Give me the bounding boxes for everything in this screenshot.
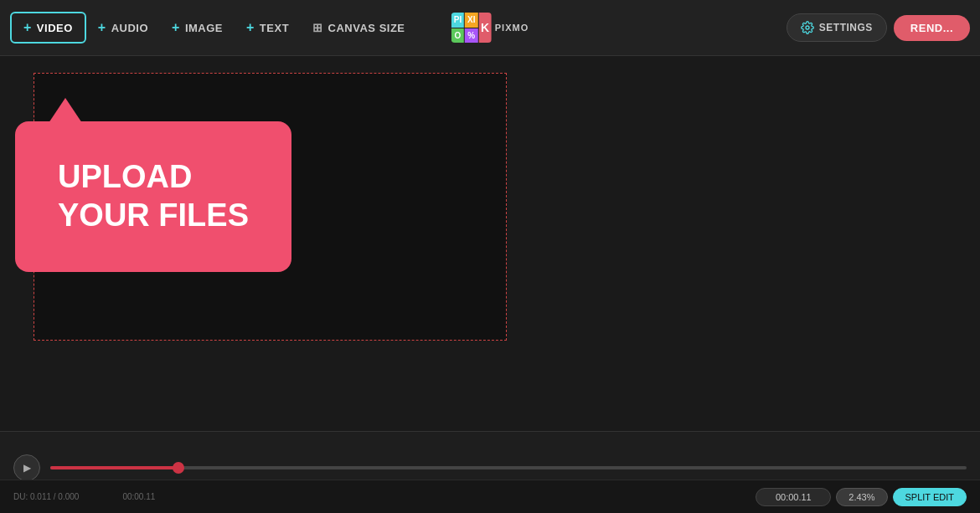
upload-tooltip: UPLOAD YOUR FILES (15, 121, 291, 272)
canvas-label: CANVAS SIZE (328, 22, 405, 34)
plus-icon-audio: + (98, 20, 106, 35)
plus-icon-video: + (23, 20, 32, 35)
bottom-bar: DU: 0.011 / 0.000 00:00.11 2.43% SPLIT E… (0, 480, 980, 513)
upload-line1: UPLOAD (58, 159, 192, 194)
render-button[interactable]: REND... (894, 15, 970, 41)
logo-area: PI XI K O % PIXMO (451, 13, 529, 43)
settings-button[interactable]: SETTINGS (787, 13, 887, 42)
logo-cell-k: K (478, 13, 491, 43)
settings-label: SETTINGS (819, 22, 873, 33)
navbar: + VIDEO + AUDIO + IMAGE + TEXT ⊞ CANVAS … (0, 0, 980, 56)
gear-icon (801, 21, 814, 34)
svg-point-0 (806, 26, 809, 29)
upload-line2: YOUR FILES (58, 198, 249, 233)
plus-icon-image: + (172, 20, 180, 35)
main-area: UPLOAD YOUR FILES ▶ ⟺ DU: 0.011 / 0.000 … (0, 56, 980, 513)
upload-bubble[interactable]: UPLOAD YOUR FILES (15, 121, 291, 272)
nav-right: SETTINGS REND... (787, 13, 970, 42)
audio-button[interactable]: + AUDIO (86, 13, 160, 42)
playback-row: ▶ (13, 454, 967, 481)
image-label: IMAGE (185, 22, 223, 34)
video-button[interactable]: + VIDEO (10, 12, 86, 44)
time-input[interactable] (756, 488, 831, 506)
progress-fill (50, 466, 178, 469)
bottom-left-text: DU: 0.011 / 0.000 (13, 492, 79, 501)
play-icon: ▶ (23, 462, 31, 474)
upload-text: UPLOAD YOUR FILES (58, 158, 249, 234)
canvas-icon: ⊞ (312, 21, 323, 34)
video-label: VIDEO (37, 22, 73, 34)
logo-cell-pi: PI (451, 13, 464, 28)
text-label: TEXT (260, 22, 289, 34)
logo-grid: PI XI K O % (451, 13, 492, 43)
canvas-area: UPLOAD YOUR FILES (0, 56, 980, 431)
logo-cell-xi: XI (465, 13, 477, 28)
progress-track[interactable] (50, 466, 967, 469)
split-edit-btn[interactable]: SPLIT EDIT (893, 488, 967, 506)
zoom-btn[interactable]: 2.43% (836, 488, 887, 506)
bottom-mid-text: 00:00.11 (122, 492, 155, 501)
text-button[interactable]: + TEXT (235, 13, 301, 42)
canvas-size-button[interactable]: ⊞ CANVAS SIZE (301, 14, 416, 41)
plus-icon-text: + (246, 20, 255, 35)
audio-label: AUDIO (111, 22, 148, 34)
bottom-input-group: 2.43% SPLIT EDIT (756, 488, 967, 506)
logo-text: PIXMO (495, 23, 529, 33)
progress-thumb[interactable] (173, 462, 184, 474)
logo-cell-pct: % (465, 28, 477, 44)
image-button[interactable]: + IMAGE (160, 13, 235, 42)
logo-cell-o: O (451, 28, 464, 44)
render-label: REND... (910, 22, 953, 34)
play-button[interactable]: ▶ (13, 454, 40, 481)
